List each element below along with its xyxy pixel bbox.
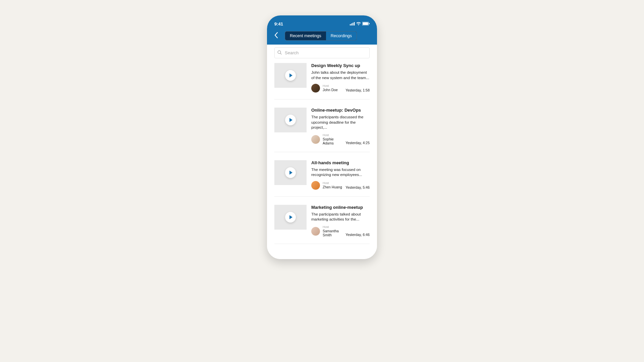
tab-recordings[interactable]: Recordings (326, 32, 357, 40)
svg-rect-0 (350, 24, 351, 25)
svg-rect-3 (354, 22, 355, 25)
host-name: Sophie Adams (323, 137, 343, 145)
recording-thumbnail[interactable] (274, 63, 307, 88)
recording-body: All-hands meetingThe meeting was focused… (311, 160, 370, 190)
play-icon[interactable] (285, 70, 296, 81)
host-row: HostSamantha SmithYesterday, 6:46 (311, 226, 370, 237)
host-row: HostZhen HuangYesterday, 5:46 (311, 181, 370, 190)
recording-description: John talks about the deployment of the n… (311, 70, 370, 80)
host-column: HostJohn Doe (323, 84, 343, 92)
host-column: HostSamantha Smith (323, 226, 343, 237)
recording-thumbnail[interactable] (274, 108, 307, 132)
recording-thumbnail[interactable] (274, 205, 307, 230)
recording-time: Yesterday, 4:25 (345, 141, 370, 145)
recording-description: The meeting was focused on recognizing n… (311, 167, 370, 178)
cellular-icon (350, 21, 355, 26)
host-name: Samantha Smith (323, 229, 343, 237)
status-bar: 9:41 (274, 21, 370, 26)
search-icon (277, 50, 282, 56)
app-header: 9:41 Recent meetings Recordings (267, 15, 377, 45)
recording-time: Yesterday, 6:46 (345, 233, 370, 237)
host-name: Zhen Huang (323, 185, 343, 189)
avatar (311, 181, 320, 190)
status-time: 9:41 (274, 21, 283, 26)
recording-item[interactable]: Online-meetup: DevOpsThe participants di… (274, 108, 370, 152)
recording-item[interactable]: Design Weekly Sync upJohn talks about th… (274, 63, 370, 100)
avatar (311, 227, 320, 236)
recording-title: All-hands meeting (311, 160, 370, 165)
host-label: Host (323, 226, 343, 229)
search-wrap (274, 47, 370, 58)
host-label: Host (323, 84, 343, 87)
recording-title: Marketing online-meetup (311, 205, 370, 210)
recording-thumbnail[interactable] (274, 160, 307, 185)
recording-title: Design Weekly Sync up (311, 63, 370, 68)
recording-title: Online-meetup: DevOps (311, 108, 370, 113)
host-label: Host (323, 182, 343, 185)
status-icons (350, 21, 370, 26)
wifi-icon (356, 21, 361, 26)
recordings-list: Design Weekly Sync upJohn talks about th… (274, 63, 370, 244)
svg-rect-5 (363, 22, 368, 25)
recording-body: Online-meetup: DevOpsThe participants di… (311, 108, 370, 145)
avatar (311, 135, 320, 144)
host-row: HostJohn DoeYesterday, 1:58 (311, 84, 370, 93)
svg-line-8 (280, 53, 281, 54)
host-column: HostZhen Huang (323, 182, 343, 189)
recording-time: Yesterday, 1:58 (345, 88, 370, 93)
play-icon[interactable] (285, 115, 296, 125)
phone-frame: 9:41 Recent meetings Recordings (267, 15, 377, 259)
svg-rect-2 (353, 23, 354, 25)
recording-time: Yesterday, 5:46 (345, 185, 370, 190)
play-icon[interactable] (285, 167, 296, 178)
recording-item[interactable]: Marketing online-meetupThe participants … (274, 205, 370, 244)
recording-body: Design Weekly Sync upJohn talks about th… (311, 63, 370, 93)
host-label: Host (323, 134, 343, 137)
recording-description: The participants discussed the upcoming … (311, 115, 370, 130)
svg-rect-6 (369, 23, 370, 24)
back-button[interactable] (274, 32, 278, 40)
recording-body: Marketing online-meetupThe participants … (311, 205, 370, 237)
recording-description: The participants talked about marketing … (311, 212, 370, 222)
host-column: HostSophie Adams (323, 134, 343, 145)
search-input[interactable] (274, 47, 370, 58)
recording-item[interactable]: All-hands meetingThe meeting was focused… (274, 160, 370, 197)
host-name: John Doe (323, 88, 343, 92)
host-row: HostSophie AdamsYesterday, 4:25 (311, 134, 370, 145)
header-row: Recent meetings Recordings (274, 31, 370, 41)
content-area: Design Weekly Sync upJohn talks about th… (267, 45, 377, 259)
svg-rect-1 (351, 23, 352, 25)
battery-icon (362, 21, 370, 26)
avatar (311, 84, 320, 93)
tab-recent-meetings[interactable]: Recent meetings (285, 32, 326, 40)
play-icon[interactable] (285, 212, 296, 223)
segmented-control: Recent meetings Recordings (285, 31, 357, 41)
